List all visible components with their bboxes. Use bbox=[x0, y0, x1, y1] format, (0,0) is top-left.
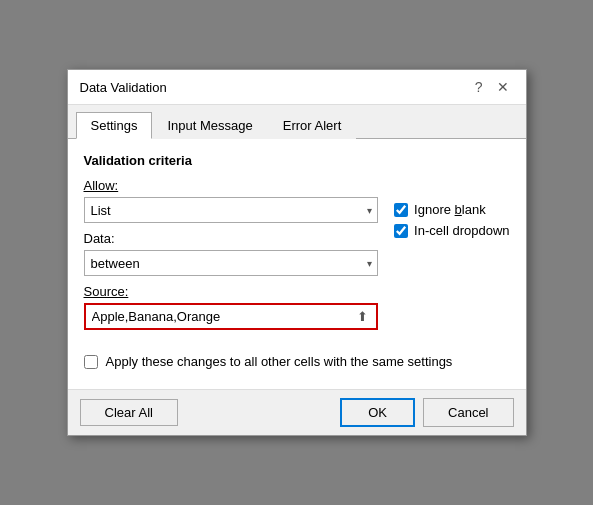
in-cell-dropdown-label: In-cell dropdown bbox=[414, 223, 509, 238]
ok-button[interactable]: OK bbox=[340, 398, 415, 427]
dialog-body: Validation criteria Allow: List Any valu… bbox=[68, 139, 526, 389]
section-title: Validation criteria bbox=[84, 153, 510, 168]
cancel-button[interactable]: Cancel bbox=[423, 398, 513, 427]
data-select[interactable]: between not between equal to not equal t… bbox=[84, 250, 379, 276]
source-row: ⬆ bbox=[84, 303, 379, 330]
dialog-title: Data Validation bbox=[80, 80, 167, 95]
apply-all-label: Apply these changes to all other cells w… bbox=[106, 354, 453, 369]
allow-label: Allow: bbox=[84, 178, 119, 193]
tab-settings[interactable]: Settings bbox=[76, 112, 153, 139]
allow-select-wrapper: List Any value Whole number Decimal Date… bbox=[84, 197, 379, 223]
title-bar: Data Validation ? ✕ bbox=[68, 70, 526, 105]
data-label: Data: bbox=[84, 231, 115, 246]
data-select-wrapper: between not between equal to not equal t… bbox=[84, 250, 379, 276]
tab-input-message[interactable]: Input Message bbox=[152, 112, 267, 139]
tab-bar: Settings Input Message Error Alert bbox=[68, 105, 526, 139]
in-cell-dropdown-row: In-cell dropdown bbox=[394, 223, 509, 238]
form-col-right: Ignore blank In-cell dropdown bbox=[394, 178, 509, 330]
footer-right-buttons: OK Cancel bbox=[340, 398, 513, 427]
ignore-blank-checkbox[interactable] bbox=[394, 203, 408, 217]
allow-select[interactable]: List Any value Whole number Decimal Date… bbox=[84, 197, 379, 223]
title-bar-left: Data Validation bbox=[80, 80, 167, 95]
title-bar-controls: ? ✕ bbox=[470, 78, 514, 96]
ignore-blank-label: Ignore blank bbox=[414, 202, 486, 217]
source-expand-button[interactable]: ⬆ bbox=[353, 308, 372, 325]
tab-error-alert[interactable]: Error Alert bbox=[268, 112, 357, 139]
ignore-blank-row: Ignore blank bbox=[394, 202, 509, 217]
clear-all-button[interactable]: Clear All bbox=[80, 399, 178, 426]
source-label: Source: bbox=[84, 284, 379, 299]
form-row: Allow: List Any value Whole number Decim… bbox=[84, 178, 510, 330]
apply-all-checkbox[interactable] bbox=[84, 355, 98, 369]
apply-changes-row: Apply these changes to all other cells w… bbox=[84, 354, 510, 369]
form-col-left: Allow: List Any value Whole number Decim… bbox=[84, 178, 379, 330]
source-input[interactable] bbox=[90, 307, 350, 326]
close-button[interactable]: ✕ bbox=[492, 78, 514, 96]
data-field-wrapper: Data: between not between equal to not e… bbox=[84, 231, 379, 276]
data-validation-dialog: Data Validation ? ✕ Settings Input Messa… bbox=[67, 69, 527, 436]
expand-icon: ⬆ bbox=[357, 309, 368, 324]
in-cell-dropdown-checkbox[interactable] bbox=[394, 224, 408, 238]
dialog-footer: Clear All OK Cancel bbox=[68, 389, 526, 435]
help-button[interactable]: ? bbox=[470, 78, 488, 96]
